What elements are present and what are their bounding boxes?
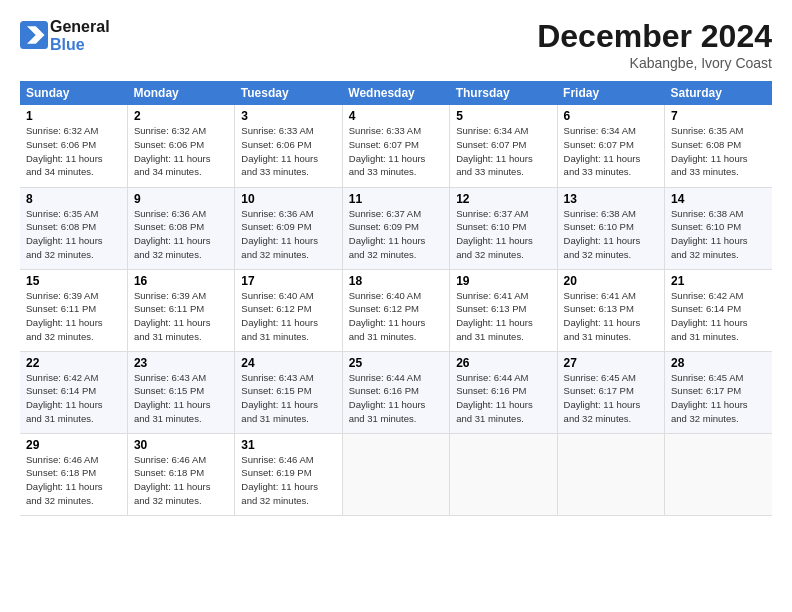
day-info: Sunrise: 6:34 AMSunset: 6:07 PMDaylight:…	[564, 125, 641, 177]
day-info: Sunrise: 6:37 AMSunset: 6:09 PMDaylight:…	[349, 208, 426, 260]
day-info: Sunrise: 6:36 AMSunset: 6:08 PMDaylight:…	[134, 208, 211, 260]
header-tuesday: Tuesday	[235, 81, 342, 105]
calendar-cell: 31Sunrise: 6:46 AMSunset: 6:19 PMDayligh…	[235, 433, 342, 515]
calendar-row: 29Sunrise: 6:46 AMSunset: 6:18 PMDayligh…	[20, 433, 772, 515]
day-info: Sunrise: 6:43 AMSunset: 6:15 PMDaylight:…	[241, 372, 318, 424]
calendar-cell	[557, 433, 664, 515]
title-block: December 2024 Kabangbe, Ivory Coast	[537, 18, 772, 71]
calendar-cell	[450, 433, 557, 515]
header-friday: Friday	[557, 81, 664, 105]
location-subtitle: Kabangbe, Ivory Coast	[537, 55, 772, 71]
calendar-cell: 13Sunrise: 6:38 AMSunset: 6:10 PMDayligh…	[557, 187, 664, 269]
day-info: Sunrise: 6:43 AMSunset: 6:15 PMDaylight:…	[134, 372, 211, 424]
day-number: 19	[456, 274, 550, 288]
day-info: Sunrise: 6:32 AMSunset: 6:06 PMDaylight:…	[134, 125, 211, 177]
calendar-cell: 5Sunrise: 6:34 AMSunset: 6:07 PMDaylight…	[450, 105, 557, 187]
calendar-cell	[665, 433, 772, 515]
calendar-row: 1Sunrise: 6:32 AMSunset: 6:06 PMDaylight…	[20, 105, 772, 187]
day-number: 15	[26, 274, 121, 288]
day-info: Sunrise: 6:45 AMSunset: 6:17 PMDaylight:…	[671, 372, 748, 424]
day-info: Sunrise: 6:44 AMSunset: 6:16 PMDaylight:…	[349, 372, 426, 424]
day-info: Sunrise: 6:42 AMSunset: 6:14 PMDaylight:…	[26, 372, 103, 424]
calendar-cell: 19Sunrise: 6:41 AMSunset: 6:13 PMDayligh…	[450, 269, 557, 351]
header-saturday: Saturday	[665, 81, 772, 105]
calendar-cell: 22Sunrise: 6:42 AMSunset: 6:14 PMDayligh…	[20, 351, 127, 433]
calendar-cell: 11Sunrise: 6:37 AMSunset: 6:09 PMDayligh…	[342, 187, 449, 269]
day-info: Sunrise: 6:35 AMSunset: 6:08 PMDaylight:…	[671, 125, 748, 177]
day-number: 24	[241, 356, 335, 370]
day-info: Sunrise: 6:45 AMSunset: 6:17 PMDaylight:…	[564, 372, 641, 424]
day-number: 11	[349, 192, 443, 206]
day-info: Sunrise: 6:39 AMSunset: 6:11 PMDaylight:…	[134, 290, 211, 342]
day-info: Sunrise: 6:33 AMSunset: 6:07 PMDaylight:…	[349, 125, 426, 177]
day-info: Sunrise: 6:38 AMSunset: 6:10 PMDaylight:…	[564, 208, 641, 260]
calendar-cell: 12Sunrise: 6:37 AMSunset: 6:10 PMDayligh…	[450, 187, 557, 269]
calendar-cell: 20Sunrise: 6:41 AMSunset: 6:13 PMDayligh…	[557, 269, 664, 351]
calendar-row: 22Sunrise: 6:42 AMSunset: 6:14 PMDayligh…	[20, 351, 772, 433]
day-number: 8	[26, 192, 121, 206]
header-monday: Monday	[127, 81, 234, 105]
calendar-cell: 26Sunrise: 6:44 AMSunset: 6:16 PMDayligh…	[450, 351, 557, 433]
calendar-cell: 25Sunrise: 6:44 AMSunset: 6:16 PMDayligh…	[342, 351, 449, 433]
day-number: 30	[134, 438, 228, 452]
calendar-cell: 17Sunrise: 6:40 AMSunset: 6:12 PMDayligh…	[235, 269, 342, 351]
day-info: Sunrise: 6:46 AMSunset: 6:18 PMDaylight:…	[134, 454, 211, 506]
day-info: Sunrise: 6:33 AMSunset: 6:06 PMDaylight:…	[241, 125, 318, 177]
day-number: 18	[349, 274, 443, 288]
day-number: 17	[241, 274, 335, 288]
day-number: 29	[26, 438, 121, 452]
day-number: 1	[26, 109, 121, 123]
day-info: Sunrise: 6:40 AMSunset: 6:12 PMDaylight:…	[241, 290, 318, 342]
calendar-cell: 14Sunrise: 6:38 AMSunset: 6:10 PMDayligh…	[665, 187, 772, 269]
day-info: Sunrise: 6:40 AMSunset: 6:12 PMDaylight:…	[349, 290, 426, 342]
month-title: December 2024	[537, 18, 772, 55]
day-info: Sunrise: 6:37 AMSunset: 6:10 PMDaylight:…	[456, 208, 533, 260]
day-info: Sunrise: 6:39 AMSunset: 6:11 PMDaylight:…	[26, 290, 103, 342]
calendar-cell: 30Sunrise: 6:46 AMSunset: 6:18 PMDayligh…	[127, 433, 234, 515]
calendar-cell: 3Sunrise: 6:33 AMSunset: 6:06 PMDaylight…	[235, 105, 342, 187]
calendar-cell: 2Sunrise: 6:32 AMSunset: 6:06 PMDaylight…	[127, 105, 234, 187]
day-number: 25	[349, 356, 443, 370]
calendar-cell: 10Sunrise: 6:36 AMSunset: 6:09 PMDayligh…	[235, 187, 342, 269]
day-number: 26	[456, 356, 550, 370]
calendar-header-row: Sunday Monday Tuesday Wednesday Thursday…	[20, 81, 772, 105]
day-info: Sunrise: 6:46 AMSunset: 6:19 PMDaylight:…	[241, 454, 318, 506]
logo-icon	[20, 21, 48, 49]
day-number: 28	[671, 356, 766, 370]
calendar-cell: 28Sunrise: 6:45 AMSunset: 6:17 PMDayligh…	[665, 351, 772, 433]
day-info: Sunrise: 6:41 AMSunset: 6:13 PMDaylight:…	[456, 290, 533, 342]
calendar-cell: 6Sunrise: 6:34 AMSunset: 6:07 PMDaylight…	[557, 105, 664, 187]
calendar-cell	[342, 433, 449, 515]
calendar-cell: 27Sunrise: 6:45 AMSunset: 6:17 PMDayligh…	[557, 351, 664, 433]
day-number: 31	[241, 438, 335, 452]
calendar-cell: 15Sunrise: 6:39 AMSunset: 6:11 PMDayligh…	[20, 269, 127, 351]
day-number: 4	[349, 109, 443, 123]
calendar-cell: 8Sunrise: 6:35 AMSunset: 6:08 PMDaylight…	[20, 187, 127, 269]
logo-name: GeneralBlue	[50, 18, 110, 53]
day-number: 9	[134, 192, 228, 206]
day-info: Sunrise: 6:32 AMSunset: 6:06 PMDaylight:…	[26, 125, 103, 177]
day-number: 6	[564, 109, 658, 123]
day-number: 2	[134, 109, 228, 123]
day-number: 13	[564, 192, 658, 206]
day-number: 21	[671, 274, 766, 288]
day-info: Sunrise: 6:38 AMSunset: 6:10 PMDaylight:…	[671, 208, 748, 260]
calendar-cell: 29Sunrise: 6:46 AMSunset: 6:18 PMDayligh…	[20, 433, 127, 515]
calendar-table: Sunday Monday Tuesday Wednesday Thursday…	[20, 81, 772, 516]
logo: GeneralBlue	[20, 18, 110, 53]
day-number: 22	[26, 356, 121, 370]
day-info: Sunrise: 6:36 AMSunset: 6:09 PMDaylight:…	[241, 208, 318, 260]
page-header: GeneralBlue December 2024 Kabangbe, Ivor…	[20, 18, 772, 71]
calendar-row: 15Sunrise: 6:39 AMSunset: 6:11 PMDayligh…	[20, 269, 772, 351]
calendar-cell: 23Sunrise: 6:43 AMSunset: 6:15 PMDayligh…	[127, 351, 234, 433]
calendar-cell: 7Sunrise: 6:35 AMSunset: 6:08 PMDaylight…	[665, 105, 772, 187]
day-number: 23	[134, 356, 228, 370]
calendar-cell: 4Sunrise: 6:33 AMSunset: 6:07 PMDaylight…	[342, 105, 449, 187]
day-info: Sunrise: 6:44 AMSunset: 6:16 PMDaylight:…	[456, 372, 533, 424]
day-info: Sunrise: 6:34 AMSunset: 6:07 PMDaylight:…	[456, 125, 533, 177]
day-number: 5	[456, 109, 550, 123]
calendar-cell: 21Sunrise: 6:42 AMSunset: 6:14 PMDayligh…	[665, 269, 772, 351]
calendar-cell: 1Sunrise: 6:32 AMSunset: 6:06 PMDaylight…	[20, 105, 127, 187]
day-number: 14	[671, 192, 766, 206]
header-thursday: Thursday	[450, 81, 557, 105]
